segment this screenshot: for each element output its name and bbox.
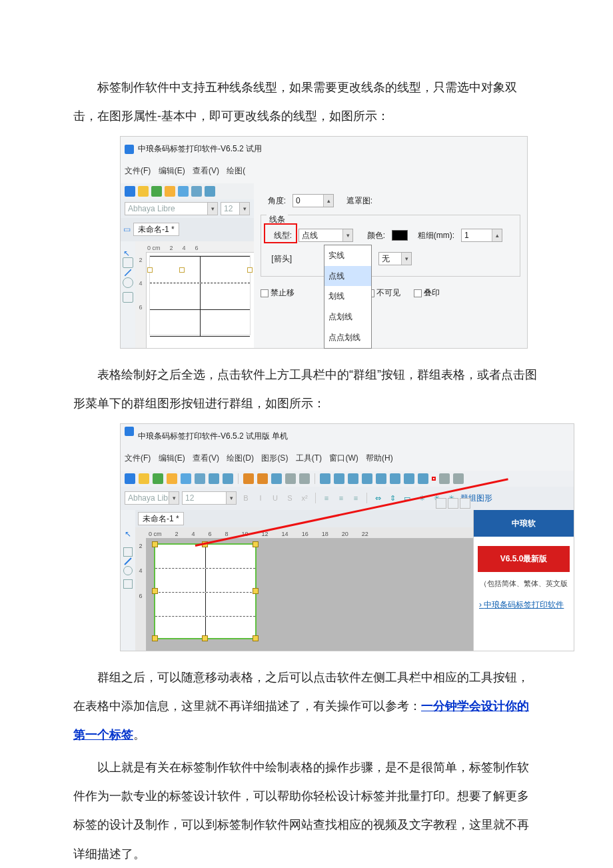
font-size-combo[interactable]: 12 ▾ — [221, 202, 250, 215]
print-icon[interactable] — [178, 186, 189, 197]
sup-icon[interactable]: x² — [299, 493, 310, 503]
ungroup-icon[interactable] — [439, 473, 450, 484]
lock-icon[interactable] — [453, 473, 464, 484]
rect-tool-icon[interactable] — [123, 547, 133, 557]
menu-file[interactable]: 文件(F) — [125, 166, 151, 175]
font-size-combo[interactable]: 12 ▾ — [182, 491, 237, 505]
align-right-icon[interactable]: ≡ — [350, 493, 361, 503]
open-icon[interactable] — [139, 473, 149, 484]
select-tool-icon[interactable]: ↖ — [125, 525, 131, 544]
print-icon[interactable] — [181, 473, 191, 484]
resize-handle-icon[interactable] — [147, 267, 153, 273]
undo-icon[interactable] — [285, 473, 296, 484]
chevron-down-icon[interactable]: ▾ — [169, 492, 179, 504]
resize-handle-icon[interactable] — [179, 267, 185, 273]
line-tool-icon[interactable] — [124, 558, 131, 565]
font-name-combo[interactable]: Abhaya Libre ▾ — [125, 491, 179, 505]
line-tool-icon[interactable] — [124, 269, 131, 276]
line-type-combo[interactable]: 点线 ▾ — [299, 229, 353, 242]
option-dash[interactable]: 划线 — [324, 286, 371, 307]
settings-icon[interactable] — [167, 473, 177, 484]
front-icon[interactable] — [404, 473, 414, 484]
rect-tool-icon[interactable] — [123, 257, 133, 268]
download-link[interactable]: › 中琅条码标签打印软件 — [474, 593, 574, 617]
resize-handle-icon[interactable] — [152, 541, 158, 547]
spinner-icon[interactable]: ▴ — [323, 195, 333, 207]
option-dashdotdot[interactable]: 点点划线 — [324, 327, 371, 348]
pointer-icon[interactable]: ▭ — [123, 220, 131, 239]
align-center-icon[interactable]: ≡ — [336, 493, 346, 503]
document-tab[interactable]: 未命名-1 * — [133, 223, 179, 236]
chevron-down-icon[interactable]: ▾ — [342, 229, 352, 241]
ellipse-tool-icon[interactable] — [123, 566, 133, 575]
menu-bar[interactable]: 文件(F) 编辑(E) 查看(V) 绘图(D) 图形(S) 工具(T) 窗口(W… — [121, 447, 574, 471]
document-tab[interactable]: 未命名-1 * — [138, 512, 184, 525]
grouped-table[interactable] — [154, 543, 257, 639]
option-dashdot[interactable]: 点划线 — [324, 307, 371, 327]
menu-edit[interactable]: 编辑(E) — [159, 166, 185, 175]
resize-handle-icon[interactable] — [253, 541, 259, 547]
database-icon[interactable] — [205, 186, 215, 197]
arrow-end-combo[interactable]: 无 ▾ — [378, 252, 412, 265]
tab-btn-icon[interactable] — [460, 498, 470, 509]
tab-btn-icon[interactable] — [448, 498, 458, 509]
table-row[interactable] — [155, 593, 255, 617]
resize-handle-icon[interactable] — [253, 588, 259, 594]
table-row[interactable] — [150, 310, 250, 337]
underline-icon[interactable]: U — [270, 493, 281, 503]
image-tool-icon[interactable] — [123, 292, 133, 303]
zoom-icon[interactable] — [195, 473, 205, 484]
color-swatch[interactable] — [392, 230, 408, 241]
resize-handle-icon[interactable] — [152, 635, 158, 641]
save-icon[interactable] — [151, 186, 162, 197]
strike-icon[interactable]: S — [285, 493, 295, 503]
resize-handle-icon[interactable] — [202, 635, 208, 641]
nudge-icon[interactable] — [334, 473, 344, 484]
overprint-check[interactable]: 叠印 — [414, 283, 440, 303]
select-tool-icon[interactable]: ↖ — [123, 244, 133, 253]
label-sheet[interactable] — [150, 256, 250, 335]
menu-draw[interactable]: 绘图( — [227, 166, 245, 175]
menu-bar[interactable]: 文件(F) 编辑(E) 查看(V) 绘图( — [121, 160, 527, 183]
menu-shape[interactable]: 图形(S) — [261, 453, 288, 463]
nudge-icon[interactable] — [320, 473, 330, 484]
distribute-h-icon[interactable]: ⇔ — [372, 493, 383, 503]
align-icon[interactable] — [362, 473, 372, 484]
canvas[interactable]: 0 cm246 246 — [135, 241, 254, 348]
redo-icon[interactable] — [299, 473, 310, 484]
chevron-down-icon[interactable]: ▾ — [401, 253, 411, 265]
menu-view[interactable]: 查看(V) — [193, 453, 219, 463]
forbid-move-check[interactable]: 禁止移 — [261, 283, 295, 303]
menu-window[interactable]: 窗口(W) — [329, 453, 358, 463]
align-icon[interactable] — [390, 473, 400, 484]
table-row[interactable] — [155, 569, 255, 593]
menu-edit[interactable]: 编辑(E) — [159, 453, 185, 463]
copy-icon[interactable] — [257, 473, 268, 484]
bold-icon[interactable]: B — [241, 493, 251, 503]
resize-handle-icon[interactable] — [152, 588, 158, 594]
menu-view[interactable]: 查看(V) — [193, 166, 219, 175]
chevron-down-icon[interactable]: ▾ — [239, 203, 249, 215]
grid-icon[interactable] — [223, 473, 233, 484]
menu-draw[interactable]: 绘图(D) — [227, 453, 254, 463]
italic-icon[interactable]: I — [255, 493, 266, 503]
option-solid[interactable]: 实线 — [324, 245, 371, 266]
menu-tools[interactable]: 工具(T) — [296, 453, 322, 463]
angle-spin[interactable]: 0 ▴ — [293, 194, 334, 207]
spinner-icon[interactable]: ▴ — [492, 229, 502, 241]
align-left-icon[interactable]: ≡ — [321, 493, 332, 503]
chevron-down-icon[interactable]: ▾ — [226, 492, 236, 504]
table-row[interactable] — [155, 545, 255, 569]
save-icon[interactable] — [153, 473, 163, 484]
menu-help[interactable]: 帮助(H) — [366, 453, 393, 463]
new-icon[interactable] — [125, 473, 135, 484]
zoom-icon[interactable] — [191, 186, 202, 197]
align-icon[interactable] — [376, 473, 386, 484]
back-icon[interactable] — [418, 473, 428, 484]
image-tool-icon[interactable] — [123, 579, 133, 589]
table-row[interactable] — [150, 256, 250, 283]
align-icon[interactable] — [348, 473, 358, 484]
canvas[interactable]: 0 cm246810121416182022 246 — [135, 527, 473, 651]
menu-file[interactable]: 文件(F) — [125, 453, 151, 463]
line-type-dropdown-list[interactable]: 实线 点线 划线 点划线 点点划线 — [324, 245, 372, 349]
